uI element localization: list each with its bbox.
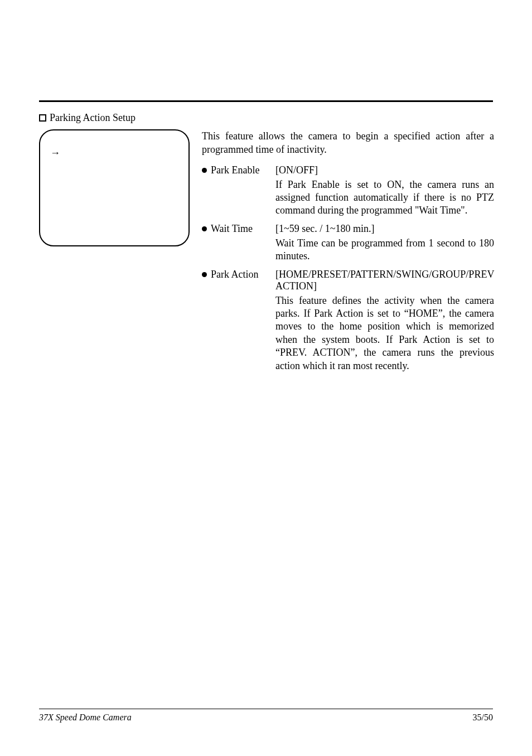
checkbox-icon — [39, 114, 46, 122]
main-column: This feature allows the camera to begin … — [202, 129, 494, 378]
item-label: Wait Time — [202, 223, 275, 235]
footer-row: 37X Speed Dome Camera 35/50 — [39, 713, 493, 723]
item-label: Park Action — [202, 269, 275, 280]
top-divider — [39, 100, 493, 102]
item-label-text: Wait Time — [211, 223, 253, 235]
footer-left: 37X Speed Dome Camera — [39, 713, 132, 723]
item-desc: If Park Enable is set to ON, the camera … — [275, 178, 494, 217]
content-row: → This feature allows the camera to begi… — [39, 129, 493, 378]
footer: 37X Speed Dome Camera 35/50 — [39, 709, 493, 723]
bullet-icon — [202, 272, 207, 277]
bullet-icon — [202, 226, 207, 231]
item-value: [HOME/PRESET/PATTERN/SWING/GROUP/PREV AC… — [275, 269, 494, 292]
arrow-icon: → — [50, 147, 60, 158]
side-box: → — [39, 129, 190, 246]
item-value: [1~59 sec. / 1~180 min.] — [275, 223, 494, 235]
item-body: [1~59 sec. / 1~180 min.] Wait Time can b… — [275, 223, 494, 263]
item-label-text: Park Action — [211, 269, 259, 280]
section-heading: Parking Action Setup — [39, 112, 493, 124]
intro-text: This feature allows the camera to begin … — [202, 129, 494, 157]
item-body: [ON/OFF] If Park Enable is set to ON, th… — [275, 164, 494, 217]
item-park-enable: Park Enable [ON/OFF] If Park Enable is s… — [202, 164, 494, 217]
item-desc: Wait Time can be programmed from 1 secon… — [275, 237, 494, 263]
page: Parking Action Setup → This feature allo… — [0, 0, 532, 756]
item-label-text: Park Enable — [211, 164, 259, 176]
item-value: [ON/OFF] — [275, 164, 494, 176]
item-label: Park Enable — [202, 164, 275, 176]
footer-divider — [39, 709, 493, 709]
item-wait-time: Wait Time [1~59 sec. / 1~180 min.] Wait … — [202, 223, 494, 263]
footer-right: 35/50 — [473, 713, 493, 723]
item-park-action: Park Action [HOME/PRESET/PATTERN/SWING/G… — [202, 269, 494, 372]
section-heading-text: Parking Action Setup — [50, 112, 136, 123]
item-desc: This feature defines the activity when t… — [275, 294, 494, 372]
bullet-icon — [202, 168, 207, 173]
item-body: [HOME/PRESET/PATTERN/SWING/GROUP/PREV AC… — [275, 269, 494, 372]
